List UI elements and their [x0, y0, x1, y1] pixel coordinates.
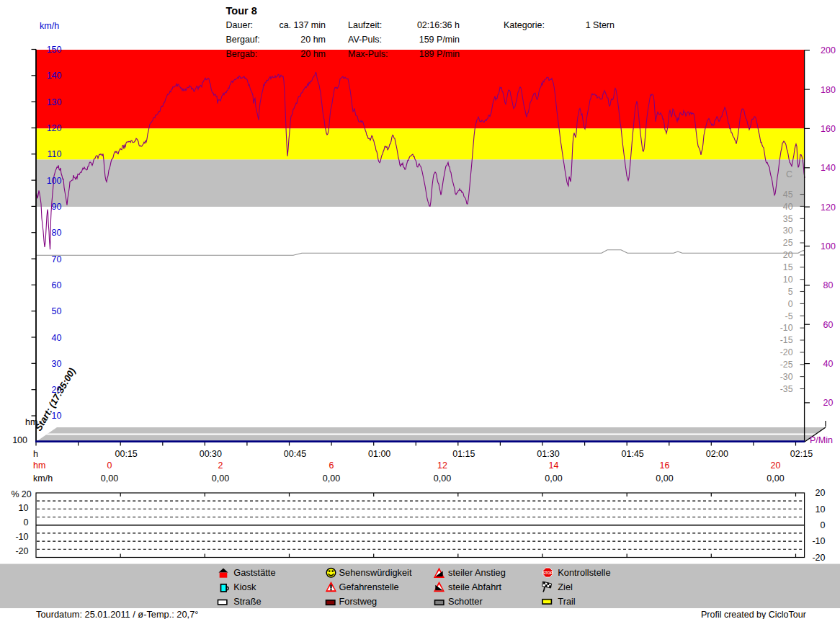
- svg-text:Sehenswürdigkeit: Sehenswürdigkeit: [339, 567, 412, 578]
- svg-text:25: 25: [783, 238, 793, 248]
- svg-text:00:45: 00:45: [284, 449, 306, 459]
- svg-text:0,00: 0,00: [212, 473, 229, 484]
- svg-text:-15: -15: [780, 335, 793, 345]
- svg-text:140: 140: [821, 163, 836, 173]
- svg-text:02:16:36 h: 02:16:36 h: [417, 20, 460, 30]
- svg-text:Bergab:: Bergab:: [226, 49, 258, 59]
- svg-text:16: 16: [660, 460, 670, 471]
- svg-text:Straße: Straße: [233, 596, 261, 607]
- svg-text:Bergauf:: Bergauf:: [226, 35, 260, 45]
- svg-text:Max-Puls:: Max-Puls:: [348, 49, 388, 59]
- svg-text:20: 20: [771, 460, 781, 471]
- svg-text:Tour 8: Tour 8: [226, 5, 257, 17]
- svg-text:ca. 137 min: ca. 137 min: [279, 20, 326, 30]
- svg-text:Gaststätte: Gaststätte: [233, 567, 275, 578]
- svg-text:80: 80: [52, 228, 62, 238]
- svg-text:10: 10: [816, 504, 826, 515]
- svg-text:STOP: STOP: [542, 571, 553, 575]
- svg-text:20: 20: [22, 489, 32, 499]
- svg-text:30: 30: [52, 359, 62, 369]
- svg-text:0,00: 0,00: [767, 473, 784, 484]
- svg-text:01:45: 01:45: [622, 449, 644, 459]
- svg-text:01:15: 01:15: [452, 449, 475, 459]
- svg-text:30: 30: [783, 226, 793, 236]
- svg-text:20: 20: [823, 398, 834, 408]
- svg-text:14: 14: [549, 460, 559, 471]
- svg-text:-10: -10: [812, 536, 825, 546]
- svg-text:Schotter: Schotter: [448, 596, 483, 607]
- svg-text:Start: (17:35:00): Start: (17:35:00): [33, 366, 78, 433]
- svg-text:160: 160: [821, 124, 836, 134]
- svg-text:5: 5: [788, 287, 793, 297]
- svg-text:0,00: 0,00: [101, 473, 118, 484]
- svg-text:01:30: 01:30: [537, 449, 559, 459]
- svg-text:02:15: 02:15: [790, 449, 813, 459]
- svg-text:45: 45: [783, 190, 793, 200]
- svg-text:-25: -25: [780, 360, 793, 370]
- svg-text:159 P/min: 159 P/min: [419, 35, 460, 45]
- svg-text:80: 80: [823, 280, 834, 290]
- svg-text:0,00: 0,00: [545, 473, 562, 484]
- svg-text:00:15: 00:15: [115, 449, 138, 459]
- svg-text:1 Stern: 1 Stern: [586, 20, 615, 30]
- svg-text:-35: -35: [780, 384, 793, 394]
- svg-text:01:00: 01:00: [368, 449, 390, 459]
- svg-text:Kategorie:: Kategorie:: [504, 20, 545, 30]
- svg-text:130: 130: [47, 97, 62, 107]
- svg-text:0: 0: [107, 460, 112, 471]
- svg-text:140: 140: [47, 71, 62, 81]
- svg-text:-20: -20: [812, 553, 825, 563]
- svg-text:12: 12: [437, 460, 447, 471]
- svg-text:15: 15: [783, 262, 793, 272]
- svg-text:02:00: 02:00: [706, 449, 728, 459]
- svg-text:P/Min: P/Min: [810, 435, 833, 445]
- svg-text:Laufzeit:: Laufzeit:: [348, 20, 382, 30]
- svg-text:90: 90: [52, 202, 62, 212]
- svg-text:Kontrollstelle: Kontrollstelle: [558, 567, 610, 578]
- svg-text:0,00: 0,00: [434, 473, 451, 484]
- svg-text:100: 100: [12, 435, 27, 445]
- svg-text:Profil created by CicloTour: Profil created by CicloTour: [701, 610, 806, 619]
- svg-text:steiler Anstieg: steiler Anstieg: [448, 567, 506, 578]
- svg-text:20: 20: [783, 250, 793, 260]
- svg-text:Tourdatum: 25.01.2011 / ø-Te: Tourdatum: 25.01.2011 / ø-Temp.: 20,7°: [36, 609, 198, 619]
- svg-text:70: 70: [52, 254, 62, 264]
- svg-text:110: 110: [48, 149, 62, 159]
- svg-text:200: 200: [821, 45, 836, 55]
- svg-text:40: 40: [783, 202, 793, 212]
- svg-text:-20: -20: [15, 546, 28, 556]
- svg-text:20 hm: 20 hm: [300, 49, 326, 59]
- svg-text:189 P/min: 189 P/min: [419, 49, 460, 59]
- svg-text:steile Abfahrt: steile Abfahrt: [448, 582, 501, 592]
- svg-text:0: 0: [788, 299, 793, 309]
- svg-text:10: 10: [19, 503, 29, 513]
- svg-text:0,00: 0,00: [323, 473, 340, 484]
- svg-text:Gefahrenstelle: Gefahrenstelle: [339, 582, 399, 592]
- svg-text:0: 0: [821, 520, 826, 530]
- svg-text:10: 10: [783, 275, 793, 285]
- svg-text:20: 20: [816, 488, 826, 498]
- svg-text:C: C: [786, 169, 792, 179]
- svg-text:100: 100: [47, 176, 62, 186]
- svg-text:Trail: Trail: [558, 596, 575, 607]
- svg-text:km/h: km/h: [33, 473, 53, 484]
- svg-text:Dauer:: Dauer:: [226, 20, 254, 30]
- svg-text:AV-Puls:: AV-Puls:: [348, 35, 382, 45]
- svg-text:6: 6: [329, 460, 334, 471]
- svg-text:km/h: km/h: [40, 21, 59, 31]
- svg-text:-10: -10: [780, 323, 793, 333]
- svg-text:Ziel: Ziel: [558, 582, 573, 592]
- svg-text:120: 120: [821, 202, 836, 213]
- svg-text:180: 180: [821, 85, 836, 95]
- svg-text:hm: hm: [33, 460, 45, 471]
- svg-text:60: 60: [52, 280, 62, 290]
- svg-text:20 hm: 20 hm: [300, 35, 326, 45]
- svg-text:-30: -30: [780, 372, 793, 382]
- svg-text:Forstweg: Forstweg: [339, 596, 377, 607]
- svg-text:-20: -20: [780, 347, 793, 357]
- svg-text:60: 60: [823, 320, 834, 330]
- svg-text:0: 0: [24, 517, 29, 527]
- svg-text:35: 35: [783, 214, 793, 224]
- svg-text:00:30: 00:30: [200, 449, 222, 459]
- svg-text:40: 40: [52, 333, 62, 343]
